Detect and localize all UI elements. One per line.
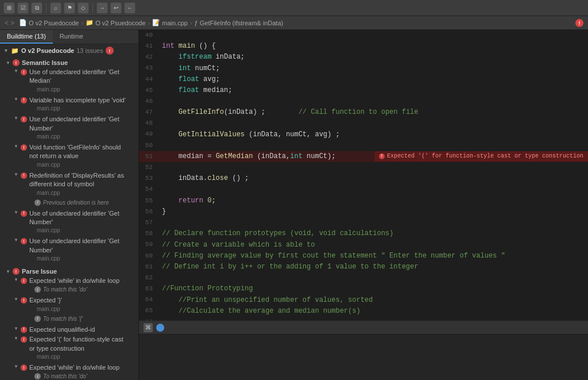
toolbar-arrow-right-btn[interactable]: →: [96, 2, 108, 14]
issue-item[interactable]: ▼ ! Void function 'GetFileInfo' should n…: [0, 143, 138, 171]
line-number: 65: [139, 306, 160, 317]
breadcrumb-item-4[interactable]: ƒ GetFileInfo (ifstream& inData): [195, 20, 284, 26]
table-row: 49 GetInitialValues (inData, numCt, avg)…: [139, 129, 588, 140]
line-content: GetFileInfo(inData) ; // Call function t…: [160, 107, 588, 118]
table-row: 58// Declare function prototypes (void, …: [139, 228, 588, 239]
table-row: 45 float median;: [139, 85, 588, 96]
line-number: 45: [139, 85, 160, 96]
issue-error-icon: !: [21, 238, 27, 244]
line-number: 60: [139, 251, 160, 262]
table-row: 44 float avg;: [139, 74, 588, 85]
line-number: 56: [139, 206, 160, 217]
line-content: [160, 185, 588, 195]
issue-text: Use of undeclared identifier 'Get Number…: [29, 209, 128, 227]
breadcrumb-back-btn[interactable]: <: [5, 19, 9, 27]
line-content: inData.close () ;: [160, 173, 588, 184]
item-chevron-icon: ▼: [14, 68, 18, 74]
issue-file: main.cpp: [14, 133, 128, 142]
toolbar-arrow-curved-btn[interactable]: ↩: [110, 2, 122, 14]
toolbar-split-btn[interactable]: ⧉: [31, 2, 42, 14]
toolbar-back-btn[interactable]: ←: [124, 2, 136, 14]
issue-text: Expected 'while' in do/while loop: [29, 363, 119, 372]
toolbar-sep-1: [46, 3, 47, 13]
note-text: To match this 'do': [43, 286, 87, 294]
tab-buildtime[interactable]: Buildtime (13): [0, 30, 53, 44]
issue-item[interactable]: ▼ ! Expected '(' for function-style cast…: [0, 335, 138, 363]
item-chevron-icon: ▼: [14, 277, 18, 283]
breadcrumb-item-3[interactable]: 📝 main.cpp: [152, 19, 188, 26]
issue-item[interactable]: ▼ ! Use of undeclared identifier 'Get Nu…: [0, 114, 138, 143]
toolbar-check-btn[interactable]: ☑: [17, 2, 29, 14]
table-row: 59// Create a variable which is able to: [139, 240, 588, 251]
project-name: O v2 Psuedocode: [21, 47, 74, 54]
debug-arrow-btn[interactable]: ⌘: [144, 323, 153, 332]
project-error-badge: !: [106, 47, 114, 55]
parse-issue-group: ▼ ! Parse Issue ▼ ! Expected 'while' in …: [0, 266, 138, 380]
semantic-group-header[interactable]: ▼ ! Semantic Issue: [0, 58, 138, 67]
breadcrumb-label-2: O v2 Psuedocode: [95, 20, 145, 26]
issue-file: main.cpp: [14, 255, 128, 264]
error-inline-message: !Expected '(' for function-style cast or…: [374, 151, 588, 162]
table-row: 51 median = GetMedian (inData,int numCt)…: [139, 151, 588, 162]
breadcrumb-item-1[interactable]: 📄 O v2 Psuedocode: [19, 19, 79, 26]
issue-item[interactable]: ▼ ! Use of undeclared identifier 'Get Me…: [0, 67, 138, 95]
issue-list[interactable]: ▼ 📁 O v2 Psuedocode 13 issues ! ▼ ! Sema…: [0, 44, 138, 380]
issue-file: main.cpp: [14, 161, 128, 170]
issue-note: i Previous definition is here: [14, 198, 128, 208]
issue-item[interactable]: ▼ ! Expected 'while' in do/while loop i …: [0, 363, 138, 380]
line-content: // Define int i by i++ or the adding of …: [160, 262, 588, 272]
note-icon: i: [34, 316, 41, 322]
line-number: 61: [139, 262, 160, 272]
table-row: 46: [139, 96, 588, 107]
issue-error-icon: !: [21, 327, 27, 333]
issue-error-icon: !: [21, 297, 27, 304]
table-row: 54: [139, 185, 588, 195]
issue-item[interactable]: ▼ ! Expected unqualified-id: [0, 325, 138, 335]
line-content: median = GetMedian (inData,int numCt);!E…: [160, 151, 588, 162]
fn-icon: ƒ: [195, 20, 198, 26]
issue-text: Void function 'GetFileInfo' should not r…: [29, 143, 128, 161]
toolbar-diamond-btn[interactable]: ◇: [78, 2, 89, 14]
table-row: 52: [139, 162, 588, 173]
issue-item[interactable]: ▼ ! Redefinition of 'DisplayResults' as …: [0, 171, 138, 209]
item-chevron-icon: ▼: [14, 237, 18, 243]
toolbar-flag-btn[interactable]: ⚑: [64, 2, 75, 14]
issue-item[interactable]: ▼ ! Variable has incomplete type 'void' …: [0, 95, 138, 114]
breadcrumb-forward-btn[interactable]: >: [10, 19, 14, 27]
toolbar-grid-btn[interactable]: ⊞: [3, 2, 15, 14]
line-content: //Print an unspecified number of values,…: [160, 295, 588, 306]
line-content: }: [160, 206, 588, 217]
line-content: [160, 272, 588, 283]
breadcrumb-label-4: GetFileInfo (ifstream& inData): [200, 20, 284, 26]
breadcrumb-item-2[interactable]: 📁 O v2 Psuedocode: [86, 19, 145, 26]
tab-runtime[interactable]: Runtime: [53, 30, 90, 44]
breadcrumb-label-1: O v2 Psuedocode: [29, 20, 79, 26]
line-number: 53: [139, 173, 160, 184]
toolbar-search-btn[interactable]: ⌕: [50, 2, 61, 14]
parse-group-header[interactable]: ▼ ! Parse Issue: [0, 267, 138, 276]
issue-item[interactable]: ▼ ! Use of undeclared identifier 'Get Nu…: [0, 209, 138, 237]
project-issue-count: 13 issues: [76, 47, 103, 54]
table-row: 53 inData.close () ;: [139, 173, 588, 184]
line-content: [160, 140, 588, 151]
issue-item[interactable]: ▼ ! Expected '}' main.cpp i To match thi…: [0, 295, 138, 324]
line-content: return 0;: [160, 195, 588, 206]
semantic-issue-group: ▼ ! Semantic Issue ▼ ! Use of undeclared…: [0, 57, 138, 266]
breadcrumb-sep-1: ›: [81, 20, 83, 26]
code-editor-panel: 40 41int main () {42 ifstream inData;43 …: [139, 30, 588, 380]
code-editor[interactable]: 40 41int main () {42 ifstream inData;43 …: [139, 30, 588, 320]
issue-item[interactable]: ▼ ! Use of undeclared identifier 'Get Nu…: [0, 236, 138, 264]
table-row: 63//Function Prototyping: [139, 283, 588, 294]
group-label-semantic: Semantic Issue: [22, 59, 68, 66]
line-content: [160, 96, 588, 107]
line-number: 55: [139, 195, 160, 206]
table-row: 62: [139, 272, 588, 283]
item-chevron-icon: ▼: [14, 363, 18, 370]
issue-note: i To match this 'do': [14, 285, 128, 295]
issue-text: Use of undeclared identifier 'Get Median…: [29, 68, 128, 86]
table-row: 60// Finding average value by first cout…: [139, 251, 588, 262]
issue-item[interactable]: ▼ ! Expected 'while' in do/while loop i …: [0, 276, 138, 295]
line-number: 58: [139, 228, 160, 239]
folder-icon: 📁: [86, 19, 94, 26]
issue-file: main.cpp: [14, 189, 128, 198]
